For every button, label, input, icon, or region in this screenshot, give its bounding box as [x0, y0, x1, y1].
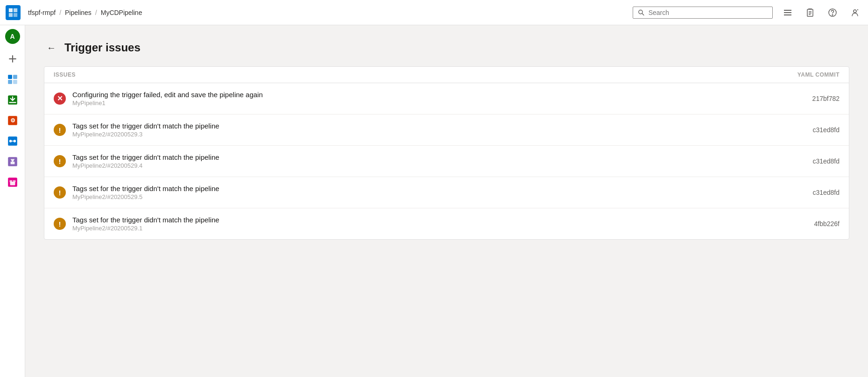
issue-yaml-commit: 4fbb226f	[746, 220, 840, 228]
clipboard-icon[interactable]	[803, 5, 818, 20]
svg-line-5	[642, 13, 644, 15]
issue-yaml-commit: c31ed8fd	[746, 189, 840, 196]
sidebar-item-add[interactable]	[3, 50, 22, 68]
search-box[interactable]	[633, 7, 773, 19]
warning-icon: !	[54, 186, 66, 199]
issues-table: Issues YAML Commit ✕ Configuring the tri…	[44, 66, 849, 240]
table-header: Issues YAML Commit	[44, 67, 849, 83]
svg-rect-7	[784, 12, 791, 13]
svg-rect-8	[784, 14, 791, 15]
sidebar-item-boards[interactable]	[3, 70, 22, 89]
content-area: ← Trigger issues Issues YAML Commit ✕ Co…	[25, 25, 868, 377]
col-issues-header: Issues	[54, 71, 746, 78]
issue-subtitle: MyPipeline2/#20200529.3	[72, 131, 740, 138]
table-row[interactable]: ✕ Configuring the trigger failed, edit a…	[44, 83, 849, 114]
sidebar-item-pipelines-nav[interactable]: ⚙	[3, 111, 22, 130]
table-row[interactable]: ! Tags set for the trigger didn't match …	[44, 114, 849, 146]
issue-subtitle: MyPipeline2/#20200529.1	[72, 225, 740, 232]
svg-rect-23	[13, 80, 17, 84]
issue-subtitle: MyPipeline1	[72, 100, 740, 107]
issue-yaml-commit: c31ed8fd	[746, 157, 840, 165]
top-bar: tfspf-rmpf / Pipelines / MyCDPipeline	[0, 0, 868, 25]
svg-point-31	[13, 140, 15, 142]
issue-yaml-commit: 217bf782	[746, 95, 840, 102]
svg-point-30	[9, 140, 11, 142]
table-row[interactable]: ! Tags set for the trigger didn't match …	[44, 146, 849, 177]
svg-point-14	[832, 14, 833, 15]
svg-rect-35	[10, 182, 15, 185]
sidebar-item-repos[interactable]	[3, 91, 22, 109]
top-bar-icons	[780, 5, 862, 20]
issue-title: Tags set for the trigger didn't match th…	[72, 216, 740, 224]
table-row[interactable]: ! Tags set for the trigger didn't match …	[44, 208, 849, 239]
sidebar: A ⚙	[0, 25, 25, 377]
issue-content: Tags set for the trigger didn't match th…	[72, 153, 740, 169]
issue-title: Configuring the trigger failed, edit and…	[72, 91, 740, 99]
search-icon	[638, 9, 645, 16]
main-layout: A ⚙	[0, 25, 868, 377]
breadcrumb-pipeline-name[interactable]: MyCDPipeline	[101, 9, 142, 16]
issue-title: Tags set for the trigger didn't match th…	[72, 122, 740, 130]
breadcrumb: tfspf-rmpf / Pipelines / MyCDPipeline	[28, 9, 633, 16]
issue-content: Tags set for the trigger didn't match th…	[72, 185, 740, 200]
sidebar-item-artifacts[interactable]	[3, 173, 22, 192]
table-row[interactable]: ! Tags set for the trigger didn't match …	[44, 177, 849, 208]
warning-icon: !	[54, 155, 66, 167]
list-icon[interactable]	[780, 5, 795, 20]
issue-title: Tags set for the trigger didn't match th…	[72, 153, 740, 161]
back-button[interactable]: ←	[44, 40, 59, 55]
issue-content: Tags set for the trigger didn't match th…	[72, 122, 740, 138]
avatar[interactable]: A	[5, 29, 20, 44]
search-input[interactable]	[649, 9, 768, 16]
issue-yaml-commit: c31ed8fd	[746, 126, 840, 134]
sidebar-item-test[interactable]	[3, 152, 22, 171]
col-yaml-header: YAML Commit	[746, 71, 840, 78]
warning-icon: !	[54, 218, 66, 230]
user-settings-icon[interactable]	[847, 5, 862, 20]
issue-content: Configuring the trigger failed, edit and…	[72, 91, 740, 107]
issue-subtitle: MyPipeline2/#20200529.5	[72, 193, 740, 200]
issue-subtitle: MyPipeline2/#20200529.4	[72, 162, 740, 169]
breadcrumb-org[interactable]: tfspf-rmpf	[28, 9, 56, 16]
page-header: ← Trigger issues	[44, 40, 849, 55]
svg-rect-22	[8, 80, 12, 84]
svg-rect-3	[14, 13, 17, 16]
breadcrumb-pipelines[interactable]: Pipelines	[65, 9, 92, 16]
sidebar-item-pipelines-active[interactable]	[3, 132, 22, 150]
svg-text:⚙: ⚙	[10, 117, 15, 124]
svg-rect-1	[14, 8, 17, 12]
error-icon: ✕	[54, 92, 66, 105]
svg-point-15	[854, 10, 856, 13]
svg-rect-21	[13, 75, 17, 79]
breadcrumb-sep-1: /	[59, 9, 61, 16]
svg-rect-0	[9, 8, 13, 12]
page-title: Trigger issues	[64, 41, 141, 54]
svg-rect-6	[784, 10, 791, 11]
app-logo[interactable]	[6, 5, 21, 20]
breadcrumb-sep-2: /	[95, 9, 97, 16]
help-icon[interactable]	[825, 5, 840, 20]
issue-content: Tags set for the trigger didn't match th…	[72, 216, 740, 232]
issue-title: Tags set for the trigger didn't match th…	[72, 185, 740, 192]
warning-icon: !	[54, 124, 66, 136]
svg-rect-2	[9, 13, 13, 16]
svg-rect-20	[8, 75, 12, 79]
